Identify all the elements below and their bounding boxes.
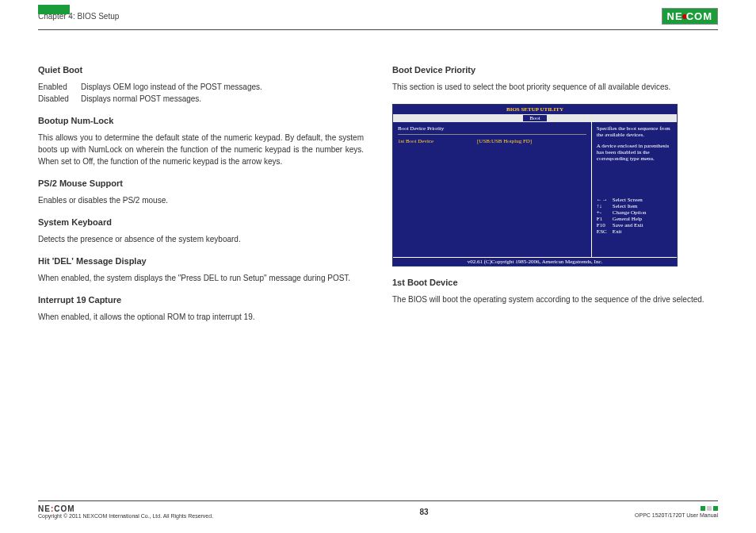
page-number: 83 [420, 508, 429, 516]
left-column: Quiet Boot Enabled Displays OEM logo ins… [38, 65, 364, 334]
bios-key-key: F10 [597, 222, 613, 228]
del-msg-text: When enabled, the system displays the "P… [38, 272, 364, 284]
bios-first-boot-row: 1st Boot Device [USB:USB Hotplug FD] [398, 138, 586, 144]
bios-key-row: ↑↓Select Item [597, 203, 672, 209]
numlock-text: This allows you to determine the default… [38, 132, 364, 167]
keyboard-text: Detects the presence or absence of the s… [38, 233, 364, 245]
int19-title: Interrupt 19 Capture [38, 295, 364, 305]
bios-key-row: F10Save and Exit [597, 222, 672, 228]
bios-key-key: ↑↓ [597, 203, 613, 209]
footer-copyright: Copyright © 2011 NEXCOM International Co… [38, 513, 213, 519]
bios-key-key: ESC [597, 228, 613, 235]
bios-boot-tab: Boot [523, 115, 547, 121]
ps2-title: PS/2 Mouse Support [38, 178, 364, 188]
disabled-label: Disabled [38, 93, 81, 105]
bios-setup-screenshot: BIOS SETUP UTILITY Boot Boot Device Prio… [392, 104, 678, 266]
first-boot-title: 1st Boot Device [392, 278, 718, 287]
del-msg-title: Hit 'DEL' Message Display [38, 256, 364, 266]
bios-utility-title: BIOS SETUP UTILITY [393, 105, 677, 114]
bios-main-heading: Boot Device Priority [398, 125, 586, 135]
bios-main-panel: Boot Device Priority 1st Boot Device [US… [393, 122, 592, 257]
int19-text: When enabled, it allows the optional ROM… [38, 311, 364, 323]
bios-key-desc: Select Screen [613, 197, 643, 203]
right-column: Boot Device Priority This section is use… [392, 65, 718, 334]
numlock-title: Bootup Num-Lock [38, 116, 364, 125]
keyboard-title: System Keyboard [38, 217, 364, 227]
bios-help-panel: Specifies the boot sequence from the ava… [592, 122, 677, 257]
bios-key-desc: Select Item [613, 203, 638, 209]
ps2-text: Enables or disables the PS/2 mouse. [38, 194, 364, 206]
footer-logo: NE:COM [38, 504, 75, 513]
bios-key-desc: Save and Exit [613, 222, 643, 228]
bios-key-row: F1General Help [597, 216, 672, 222]
quiet-boot-title: Quiet Boot [38, 65, 364, 75]
footer-box-icon [707, 506, 712, 511]
bios-key-row: +-Change Option [597, 209, 672, 216]
bios-key-desc: Change Option [613, 209, 647, 216]
enabled-desc: Displays OEM logo instead of the POST me… [81, 81, 364, 93]
boot-priority-text: This section is used to select the boot … [392, 81, 718, 93]
bios-key-key: F1 [597, 216, 613, 222]
footer-manual-name: OPPC 1520T/1720T User Manual [635, 512, 718, 518]
bios-help-text-2: A device enclosed in parenthesis has bee… [597, 143, 672, 162]
disabled-desc: Displays normal POST messages. [81, 93, 364, 105]
nexcom-logo: NECOM [662, 8, 718, 25]
bios-key-desc: General Help [613, 216, 643, 222]
boot-priority-title: Boot Device Priority [392, 65, 718, 75]
bios-copyright: v02.61 (C)Copyright 1985-2006, American … [393, 257, 677, 266]
bios-key-desc: Exit [613, 228, 622, 235]
enabled-label: Enabled [38, 81, 81, 93]
footer-box-icon [701, 506, 705, 511]
first-boot-text: The BIOS will boot the operating system … [392, 293, 718, 305]
bios-key-key: +- [597, 209, 613, 216]
bios-item-label: 1st Boot Device [398, 138, 477, 144]
header-divider [38, 29, 718, 30]
bios-item-value: [USB:USB Hotplug FD] [477, 138, 532, 144]
footer-divider [38, 500, 718, 501]
footer-box-icon [713, 506, 718, 511]
bios-tab-row: Boot [393, 114, 677, 122]
bios-key-row: ESCExit [597, 228, 672, 235]
bios-key-key: ←→ [597, 197, 613, 203]
bios-key-row: ←→Select Screen [597, 197, 672, 203]
header-accent-block [38, 5, 70, 14]
bios-help-text-1: Specifies the boot sequence from the ava… [597, 125, 672, 138]
